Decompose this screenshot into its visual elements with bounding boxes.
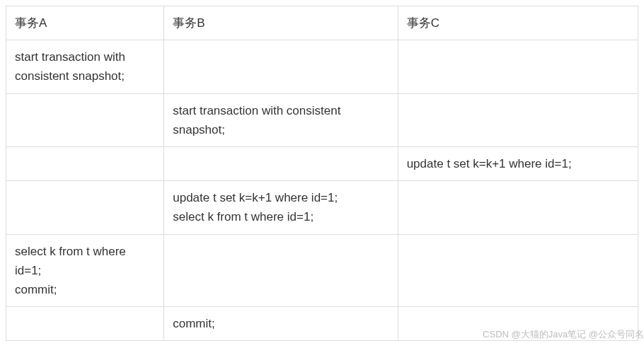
cell-a: select k from t where id=1; commit;: [6, 234, 164, 307]
table-row: select k from t where id=1; commit;: [6, 234, 638, 307]
cell-line: commit;: [15, 280, 155, 299]
cell-a: start transaction with consistent snapsh…: [6, 40, 164, 93]
cell-b: start transaction with consistent snapsh…: [164, 93, 398, 146]
cell-a: [6, 93, 164, 146]
table-row: commit;: [6, 307, 638, 341]
cell-b: [164, 40, 398, 93]
cell-b: [164, 234, 398, 307]
cell-line: select k from t where id=1;: [173, 207, 389, 226]
cell-a: [6, 181, 164, 234]
cell-line: select k from t where id=1;: [15, 242, 155, 280]
cell-b: commit;: [164, 307, 398, 341]
table-header-row: 事务A 事务B 事务C: [6, 6, 638, 40]
table-row: start transaction with consistent snapsh…: [6, 40, 638, 93]
cell-b: update t set k=k+1 where id=1; select k …: [164, 181, 398, 234]
table-row: update t set k=k+1 where id=1;: [6, 146, 638, 180]
cell-c: [398, 234, 638, 307]
cell-b: [164, 146, 398, 180]
cell-a: [6, 146, 164, 180]
table-row: update t set k=k+1 where id=1; select k …: [6, 181, 638, 234]
cell-line: update t set k=k+1 where id=1;: [173, 188, 389, 207]
cell-c: update t set k=k+1 where id=1;: [398, 146, 638, 180]
cell-a: [6, 307, 164, 341]
cell-c: [398, 307, 638, 341]
cell-c: [398, 181, 638, 234]
table-row: start transaction with consistent snapsh…: [6, 93, 638, 146]
transaction-table: 事务A 事务B 事务C start transaction with consi…: [6, 6, 638, 341]
header-transaction-b: 事务B: [164, 6, 398, 40]
header-transaction-c: 事务C: [398, 6, 638, 40]
cell-c: [398, 40, 638, 93]
header-transaction-a: 事务A: [6, 6, 164, 40]
cell-c: [398, 93, 638, 146]
